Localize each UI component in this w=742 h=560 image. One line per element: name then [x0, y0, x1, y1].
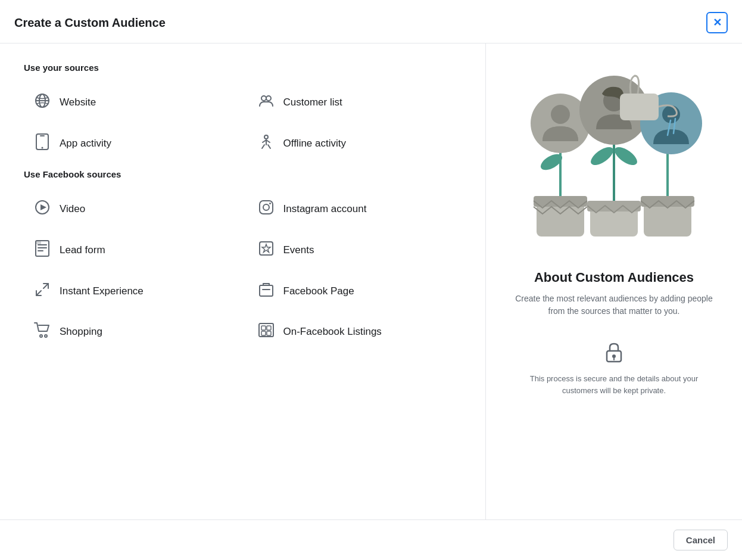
offline-activity-icon — [257, 133, 275, 154]
svg-point-12 — [263, 204, 269, 210]
svg-point-7 — [42, 147, 43, 149]
source-item-instagram-account[interactable]: Instagram account — [248, 189, 472, 229]
facebook-page-icon — [257, 282, 275, 301]
app-activity-icon — [33, 133, 51, 154]
source-item-on-facebook-listings[interactable]: On-Facebook Listings — [248, 312, 472, 352]
source-item-offline-activity[interactable]: Offline activity — [248, 123, 472, 164]
source-item-app-activity[interactable]: App activity — [24, 123, 248, 164]
svg-point-13 — [269, 203, 271, 204]
left-panel: Use your sources Website — [0, 43, 486, 519]
modal-footer: Cancel — [0, 519, 742, 560]
modal-header: Create a Custom Audience ✕ — [0, 0, 742, 43]
cancel-button[interactable]: Cancel — [674, 530, 728, 550]
shopping-icon — [33, 322, 51, 341]
modal-body: Use your sources Website — [0, 43, 742, 519]
events-label: Events — [283, 244, 314, 256]
about-desc: Create the most relevant audiences by ad… — [513, 293, 715, 318]
close-button[interactable]: ✕ — [706, 12, 728, 33]
instant-experience-icon — [33, 282, 51, 301]
svg-rect-11 — [260, 201, 273, 214]
source-item-website[interactable]: Website — [24, 82, 248, 123]
your-sources-grid: Website Customer list — [24, 82, 471, 164]
svg-rect-29 — [267, 326, 271, 330]
source-item-shopping[interactable]: Shopping — [24, 312, 248, 352]
svg-rect-33 — [534, 196, 587, 207]
svg-rect-28 — [261, 326, 266, 330]
svg-point-46 — [551, 105, 570, 124]
lead-form-icon — [33, 240, 51, 260]
facebook-sources-grid: Video Instagram account — [24, 189, 471, 352]
svg-rect-35 — [587, 201, 641, 211]
source-item-lead-form[interactable]: Lead form — [24, 229, 248, 271]
your-sources-label: Use your sources — [24, 63, 471, 73]
illustration — [519, 58, 709, 260]
instant-experience-label: Instant Experience — [60, 285, 144, 297]
app-activity-label: App activity — [60, 138, 111, 150]
svg-point-4 — [266, 96, 271, 101]
secure-text: This process is secure and the details a… — [519, 373, 709, 396]
modal-title: Create a Custom Audience — [14, 16, 166, 30]
source-item-facebook-page[interactable]: Facebook Page — [248, 271, 472, 312]
instagram-account-label: Instagram account — [283, 203, 367, 215]
offline-activity-label: Offline activity — [283, 138, 347, 150]
on-facebook-listings-label: On-Facebook Listings — [283, 326, 382, 338]
video-label: Video — [60, 203, 85, 215]
svg-rect-31 — [267, 331, 271, 335]
svg-rect-51 — [620, 94, 659, 120]
svg-point-41 — [588, 144, 616, 169]
source-item-customer-list[interactable]: Customer list — [248, 82, 472, 123]
source-item-instant-experience[interactable]: Instant Experience — [24, 271, 248, 312]
svg-point-26 — [45, 335, 47, 337]
customer-list-icon — [257, 93, 275, 112]
close-icon: ✕ — [713, 16, 722, 29]
about-title: About Custom Audiences — [534, 270, 694, 285]
source-item-events[interactable]: Events — [248, 229, 472, 271]
customer-list-label: Customer list — [283, 97, 342, 108]
facebook-sources-label: Use Facebook sources — [24, 169, 471, 179]
svg-line-21 — [36, 291, 41, 295]
svg-point-42 — [612, 144, 640, 169]
svg-point-8 — [264, 135, 268, 139]
lock-icon — [604, 341, 623, 367]
video-icon — [33, 200, 51, 219]
svg-marker-20 — [262, 244, 270, 253]
svg-rect-18 — [36, 241, 41, 244]
source-item-video[interactable]: Video — [24, 189, 248, 229]
your-sources-section: Use your sources Website — [24, 63, 471, 164]
svg-marker-10 — [40, 204, 46, 210]
instagram-icon — [257, 200, 275, 219]
website-label: Website — [60, 97, 96, 108]
website-icon — [33, 93, 51, 112]
modal-container: Create a Custom Audience ✕ Use your sour… — [0, 0, 742, 560]
svg-line-22 — [43, 284, 48, 288]
svg-point-3 — [261, 96, 266, 101]
svg-rect-23 — [260, 285, 273, 296]
right-panel: About Custom Audiences Create the most r… — [486, 43, 742, 519]
shopping-label: Shopping — [60, 326, 102, 338]
secure-section: This process is secure and the details a… — [519, 341, 709, 396]
lead-form-label: Lead form — [60, 244, 105, 256]
svg-rect-37 — [641, 196, 694, 207]
svg-rect-30 — [261, 331, 266, 335]
facebook-sources-section: Use Facebook sources Video — [24, 169, 471, 352]
svg-point-25 — [40, 335, 42, 337]
facebook-page-label: Facebook Page — [283, 285, 354, 297]
events-icon — [257, 241, 275, 260]
on-facebook-listings-icon — [257, 322, 275, 341]
